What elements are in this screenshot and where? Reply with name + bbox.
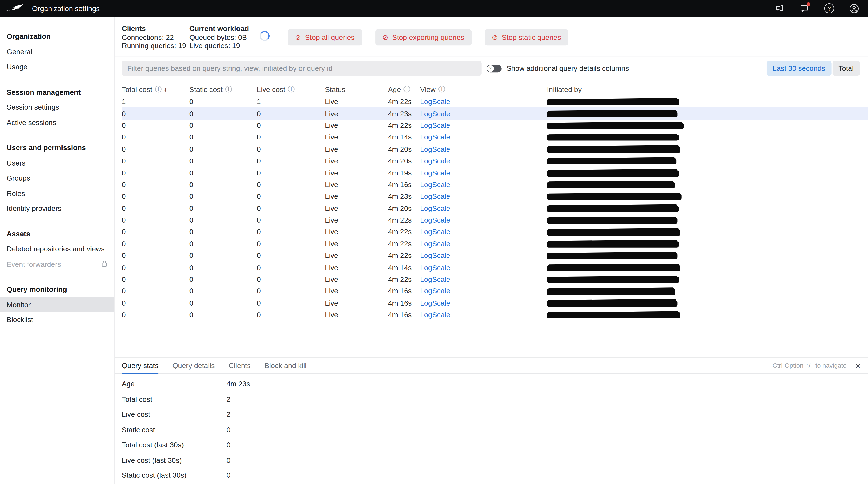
total-button[interactable]: Total [832, 61, 860, 76]
col-header-initiated-by[interactable]: Initiated by [547, 85, 868, 93]
table-row[interactable]: 000Live4m 16sLogScale [122, 179, 868, 190]
stat-row-live-cost: Live cost2 [115, 407, 868, 422]
table-row[interactable]: 000Live4m 20sLogScale [122, 155, 868, 167]
sidebar-item-deleted-repositories[interactable]: Deleted repositories and views [0, 241, 114, 256]
view-link[interactable]: LogScale [420, 299, 450, 307]
table-row[interactable]: 000Live4m 14sLogScale [122, 131, 868, 143]
view-link[interactable]: LogScale [420, 169, 450, 177]
col-header-status[interactable]: Status [325, 85, 388, 93]
stop-buttons-group: ⊘Stop all queries ⊘Stop exporting querie… [288, 29, 568, 46]
view-link[interactable]: LogScale [420, 311, 450, 319]
sidebar-item-active-sessions[interactable]: Active sessions [0, 115, 114, 130]
sidebar-item-usage[interactable]: Usage [0, 59, 114, 74]
col-header-static-cost[interactable]: Static cost i [189, 85, 257, 93]
info-icon[interactable]: i [404, 86, 410, 92]
col-header-age[interactable]: Age i [388, 85, 420, 93]
tab-clients[interactable]: Clients [229, 358, 251, 373]
sidebar-item-blocklist[interactable]: Blocklist [0, 312, 114, 327]
view-link[interactable]: LogScale [420, 251, 450, 260]
sidebar-item-monitor[interactable]: Monitor [0, 297, 114, 312]
table-row[interactable]: 000Live4m 22sLogScale [122, 238, 868, 250]
view-link[interactable]: LogScale [420, 240, 450, 248]
stat-row-total-cost: Total cost2 [115, 392, 868, 407]
table-row[interactable]: 000Live4m 14sLogScale [122, 262, 868, 273]
tab-query-details[interactable]: Query details [173, 358, 215, 373]
close-icon[interactable]: × [856, 361, 860, 369]
query-filter-input[interactable] [122, 61, 482, 76]
redacted-initiated-by [547, 99, 679, 105]
help-icon[interactable]: ? [824, 3, 834, 13]
sidebar-item-event-forwarders: Event forwarders [0, 256, 114, 272]
info-icon[interactable]: i [225, 86, 232, 92]
table-row[interactable]: 000Live4m 22sLogScale [122, 226, 868, 238]
redacted-initiated-by [547, 312, 680, 319]
toggle-knob: × [487, 65, 494, 72]
view-link[interactable]: LogScale [420, 109, 450, 118]
view-link[interactable]: LogScale [420, 157, 450, 165]
organization-settings-page: Organization settings ? [0, 0, 868, 484]
view-link[interactable]: LogScale [420, 97, 450, 106]
sidebar-item-roles[interactable]: Roles [0, 186, 114, 201]
tab-query-stats[interactable]: Query stats [122, 358, 159, 373]
crowdstrike-falcon-logo-icon[interactable] [5, 3, 24, 14]
sidebar-item-identity-providers[interactable]: Identity providers [0, 201, 114, 216]
stop-all-queries-button[interactable]: ⊘Stop all queries [288, 29, 362, 46]
sidebar-item-general[interactable]: General [0, 44, 114, 59]
sidebar-item-groups[interactable]: Groups [0, 171, 114, 186]
stop-static-queries-button[interactable]: ⊘Stop static queries [485, 29, 568, 46]
view-link[interactable]: LogScale [420, 192, 450, 201]
sidebar-section-users-permissions: Users and permissions [0, 140, 114, 155]
info-icon[interactable]: i [438, 86, 445, 92]
view-link[interactable]: LogScale [420, 145, 450, 153]
table-row[interactable]: 000Live4m 22sLogScale [122, 120, 868, 131]
redacted-initiated-by [547, 182, 675, 188]
table-row[interactable]: 000Live4m 20sLogScale [122, 202, 868, 214]
table-row[interactable]: 101Live4m 22sLogScale [122, 96, 868, 108]
view-link[interactable]: LogScale [420, 264, 450, 272]
table-row[interactable]: 000Live4m 22sLogScale [122, 250, 868, 262]
table-row[interactable]: 000Live4m 22sLogScale [122, 273, 868, 285]
view-link[interactable]: LogScale [420, 216, 450, 224]
view-link[interactable]: LogScale [420, 121, 450, 129]
settings-sidebar: Organization General Usage Session manag… [0, 17, 115, 484]
stop-icon: ⊘ [492, 34, 498, 41]
redacted-initiated-by [547, 170, 679, 177]
view-link[interactable]: LogScale [420, 204, 450, 212]
table-row[interactable]: 000Live4m 19sLogScale [122, 167, 868, 179]
table-row[interactable]: 000Live4m 16sLogScale [122, 285, 868, 297]
last-30-seconds-button[interactable]: Last 30 seconds [767, 61, 831, 76]
view-link[interactable]: LogScale [420, 228, 450, 236]
redacted-initiated-by [547, 123, 684, 129]
table-row-selected[interactable]: 000Live4m 23sLogScale [122, 108, 868, 120]
keyboard-shortcut-hint: Ctrl-Option-↑/↓ to navigate [773, 362, 846, 368]
user-avatar-icon[interactable] [849, 3, 859, 13]
announcements-megaphone-icon[interactable] [775, 3, 784, 13]
view-link[interactable]: LogScale [420, 275, 450, 283]
tab-block-and-kill[interactable]: Block and kill [265, 358, 306, 373]
table-row[interactable]: 000Live4m 22sLogScale [122, 214, 868, 226]
view-link[interactable]: LogScale [420, 133, 450, 141]
sidebar-item-session-settings[interactable]: Session settings [0, 99, 114, 115]
feedback-chat-icon[interactable] [799, 3, 809, 13]
view-link[interactable]: LogScale [420, 287, 450, 295]
table-row[interactable]: 000Live4m 20sLogScale [122, 143, 868, 155]
redacted-initiated-by [547, 194, 682, 200]
redacted-initiated-by [547, 206, 679, 212]
stat-row-static-cost-30s: Static cost (last 30s)0 [115, 468, 868, 483]
view-link[interactable]: LogScale [420, 180, 450, 189]
details-columns-toggle[interactable]: × [487, 64, 502, 72]
info-icon[interactable]: i [288, 86, 294, 92]
top-bar: Organization settings ? [0, 0, 868, 17]
stop-exporting-queries-button[interactable]: ⊘Stop exporting queries [375, 29, 471, 46]
table-row[interactable]: 000Live4m 23sLogScale [122, 190, 868, 202]
table-row[interactable]: 000Live4m 16sLogScale [122, 309, 868, 321]
col-header-live-cost[interactable]: Live cost i [257, 85, 325, 93]
info-icon[interactable]: i [155, 86, 161, 92]
loading-spinner-icon [259, 31, 270, 41]
sidebar-item-users[interactable]: Users [0, 155, 114, 171]
col-header-view[interactable]: View i [420, 85, 547, 93]
col-header-total-cost[interactable]: Total cost i ↓ [122, 85, 189, 93]
table-row[interactable]: 000Live4m 16sLogScale [122, 297, 868, 309]
clients-summary: Clients Connections: 22 Running queries:… [122, 24, 189, 50]
redacted-initiated-by [547, 111, 678, 117]
